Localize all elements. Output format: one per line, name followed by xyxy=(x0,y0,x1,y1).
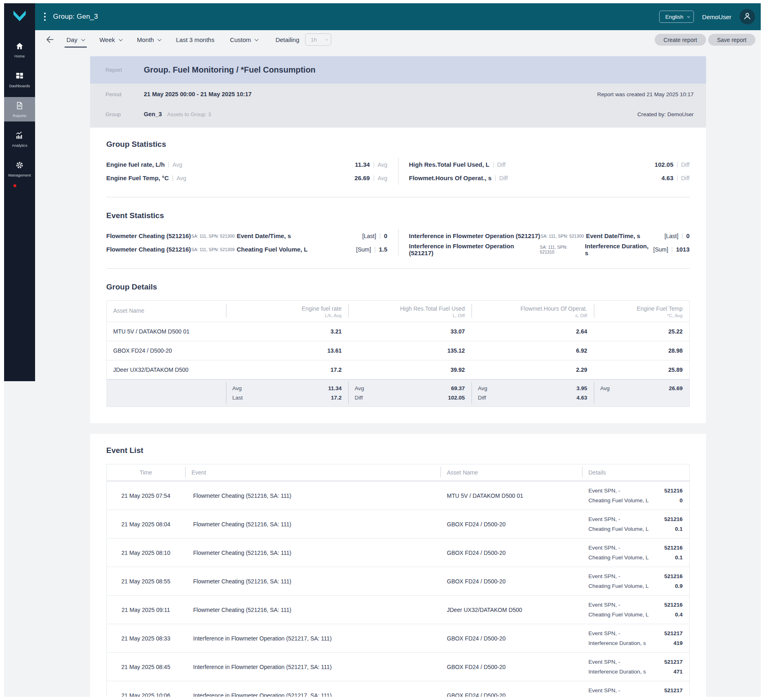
period-value: 21 May 2025 00:00 - 21 May 2025 10:17 xyxy=(144,91,252,97)
table-row: 21 May 2025 08:04 Flowmeter Cheating (52… xyxy=(107,510,689,538)
save-report-button[interactable]: Save report xyxy=(708,34,755,46)
divider xyxy=(106,268,690,269)
divider xyxy=(374,175,374,181)
period-tab-last-3-months[interactable]: Last 3 months xyxy=(176,36,214,43)
reports-icon xyxy=(15,101,24,111)
table-row: MTU 5V / DATAKOM D500 013.21 33.072.64 2… xyxy=(107,322,689,341)
event-meta: SA: 111, SPN: 521309 xyxy=(191,247,235,252)
event-meta: SA: 111, SPN: 521310 xyxy=(540,245,583,254)
table-summary-row: Avg11.34 Last17.2 Avg69.37 Diff102.05 Av… xyxy=(107,379,689,406)
event-param: Cheating Fuel Volume, L xyxy=(237,246,308,253)
table-row: 21 May 2025 08:33 Interference in Flowme… xyxy=(107,624,689,652)
event-value: 1013 xyxy=(676,246,689,253)
top-bar: Group: Gen_3 English DemoUser xyxy=(35,3,761,30)
period-tab-label: Last 3 months xyxy=(176,36,214,43)
main-area: Day Week Month Last 3 months Custom xyxy=(35,30,761,697)
event-param: Event Date/Time, s xyxy=(237,232,291,239)
chevron-down-icon xyxy=(157,37,162,41)
table-row: 21 May 2025 07:54 Flowmeter Cheating (52… xyxy=(107,481,689,510)
table-row: 21 May 2025 08:10 Flowmeter Cheating (52… xyxy=(107,538,689,567)
chevron-down-icon xyxy=(255,37,259,41)
stat-label: Engine fuel rate, L/h xyxy=(106,161,165,168)
event-statistics-title: Event Statistics xyxy=(106,211,690,220)
sidebar-item-dashboards[interactable]: Dashboards xyxy=(4,67,35,92)
event-meta: SA: 111, SPN: 521300 xyxy=(540,234,584,238)
event-list-title: Event List xyxy=(106,446,690,455)
stat-agg: Avg xyxy=(177,175,186,181)
event-list-table: Time Event Asset Name Details 21 May 202… xyxy=(106,464,690,697)
divider xyxy=(106,197,690,197)
chevron-down-icon xyxy=(119,37,123,41)
event-name: Interference in Flowmeter Operation (521… xyxy=(409,243,540,256)
detailing-select[interactable]: 1h xyxy=(305,33,331,46)
app-logo[interactable] xyxy=(4,3,35,30)
period-tab-week[interactable]: Week xyxy=(100,36,122,43)
kebab-menu-icon[interactable] xyxy=(44,13,46,21)
period-tab-day[interactable]: Day xyxy=(66,36,84,43)
back-arrow-icon[interactable] xyxy=(45,35,55,44)
event-stat-row: Interference in Flowmeter Operation (521… xyxy=(409,229,690,243)
statistics-section: Group Statistics Engine fuel rate, L/h A… xyxy=(90,128,706,423)
sidebar: Home Dashboards Reports xyxy=(4,30,35,381)
report-title: Group. Fuel Monitoring / *Fuel Consumpti… xyxy=(144,65,316,75)
event-name: Flowmeter Cheating (521216) xyxy=(106,232,191,239)
report-header-band: Report Group. Fuel Monitoring / *Fuel Co… xyxy=(90,56,706,84)
page-title: Group: Gen_3 xyxy=(53,13,98,21)
divider xyxy=(672,247,672,252)
table-row: 21 May 2025 08:45 Interference in Flowme… xyxy=(107,652,689,681)
column-header: Engine Fuel Temp°C, Avg xyxy=(594,301,689,322)
event-agg: [Sum] xyxy=(653,246,669,253)
sidebar-item-management[interactable]: Management xyxy=(4,157,35,181)
user-icon xyxy=(742,11,752,22)
group-stat-row: Engine Fuel Temp, °C Avg 26.69 Avg xyxy=(106,171,388,185)
table-row: 21 May 2025 10:06 Interference in Flowme… xyxy=(107,681,689,697)
language-selector[interactable]: English xyxy=(659,11,694,23)
divider xyxy=(375,247,375,252)
event-value: 1.5 xyxy=(379,246,388,253)
period-tab-label: Day xyxy=(66,36,78,43)
report-content: Report Group. Fuel Monitoring / *Fuel Co… xyxy=(35,49,761,697)
column-header: Engine fuel rateL/h, Avg xyxy=(226,301,348,322)
divider xyxy=(380,233,380,239)
sidebar-item-label: Home xyxy=(14,54,24,58)
analytics-icon xyxy=(15,131,24,141)
event-param: Event Date/Time, s xyxy=(586,232,640,239)
gear-icon xyxy=(15,161,24,170)
section-gap xyxy=(90,423,706,434)
stat-value: 4.63 xyxy=(662,174,673,181)
divider xyxy=(677,175,678,181)
event-value: 0 xyxy=(686,232,689,239)
create-report-button[interactable]: Create report xyxy=(655,34,706,46)
event-value: 0 xyxy=(384,232,387,239)
sidebar-item-label: Analytics xyxy=(12,143,27,148)
stat-agg: Diff xyxy=(499,175,508,181)
group-stat-row: Engine fuel rate, L/h Avg 11.34 Avg xyxy=(106,158,388,171)
sidebar-item-home[interactable]: Home xyxy=(4,38,35,62)
table-row: 21 May 2025 08:55 Flowmeter Cheating (52… xyxy=(107,567,689,595)
avatar[interactable] xyxy=(740,9,755,24)
divider xyxy=(168,162,169,168)
column-header: Flowmet.Hours Of Operat.s, Diff xyxy=(472,301,594,322)
group-value: Gen_3 xyxy=(144,111,162,117)
stat-value: 26.69 xyxy=(354,174,370,181)
divider xyxy=(495,175,496,181)
period-tab-month[interactable]: Month xyxy=(137,36,161,43)
event-param: Interference Duration, s xyxy=(585,243,653,256)
event-agg: [Last] xyxy=(664,233,678,239)
report-created-by: Created by: DemoUser xyxy=(637,111,693,117)
sidebar-item-analytics[interactable]: Analytics xyxy=(4,127,35,151)
period-tab-custom[interactable]: Custom xyxy=(230,36,258,43)
event-list-section: Event List Time Event Asset Name Details… xyxy=(90,434,706,697)
table-row: 21 May 2025 09:11 Flowmeter Cheating (52… xyxy=(107,595,689,624)
group-stat-row: High Res.Total Fuel Used, L Diff 102.05 … xyxy=(409,158,690,171)
sidebar-item-label: Management xyxy=(8,173,31,177)
sidebar-item-reports[interactable]: Reports xyxy=(4,97,35,121)
period-tab-label: Week xyxy=(100,36,115,43)
group-details-title: Group Details xyxy=(106,283,690,291)
column-header: Details xyxy=(582,464,689,481)
stat-agg: Diff xyxy=(497,161,506,168)
dashboards-icon xyxy=(15,71,24,81)
column-header: Time xyxy=(107,464,185,481)
report-label: Report xyxy=(106,67,144,73)
divider xyxy=(493,162,494,168)
